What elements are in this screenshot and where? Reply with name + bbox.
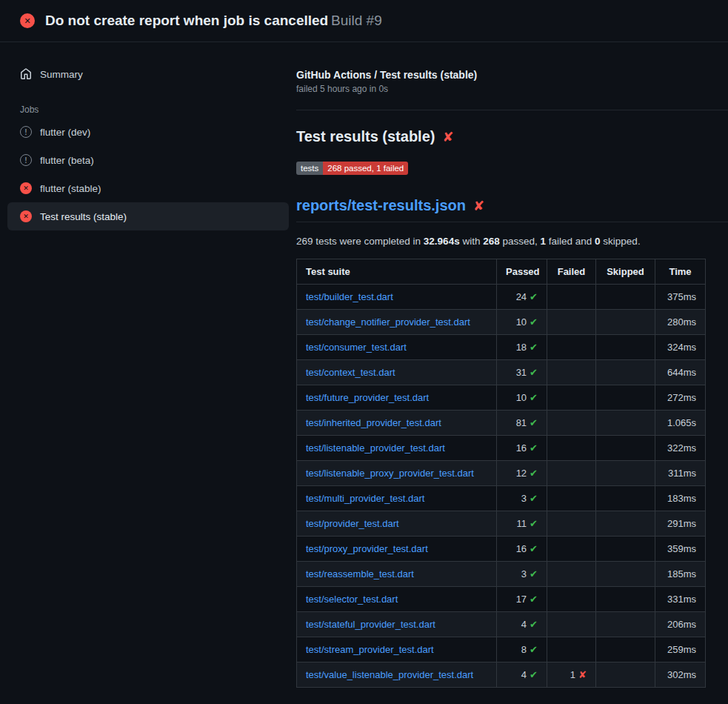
sidebar-item-summary[interactable]: Summary [7, 60, 289, 88]
passed-count: 16 [516, 543, 527, 554]
cell-test-suite: test/multi_provider_test.dart [297, 486, 497, 511]
cell-skipped [596, 335, 655, 360]
table-row: test/context_test.dart31✔644ms [297, 360, 706, 385]
cell-failed [547, 436, 596, 461]
check-icon: ✔ [530, 493, 538, 504]
breadcrumb: GitHub Actions / Test results (stable) [296, 69, 728, 81]
cell-passed: 24✔ [497, 285, 547, 310]
test-results-table: Test suitePassedFailedSkippedTime test/b… [296, 259, 706, 688]
cell-passed: 4✔ [497, 663, 547, 688]
cell-skipped [596, 360, 655, 385]
cell-passed: 3✔ [497, 486, 547, 511]
test-suite-link[interactable]: test/context_test.dart [306, 367, 395, 378]
test-suite-link[interactable]: test/value_listenable_provider_test.dart [306, 669, 473, 680]
cell-failed [547, 511, 596, 537]
cell-failed [547, 562, 596, 587]
test-suite-link[interactable]: test/future_provider_test.dart [306, 392, 429, 403]
cell-failed [547, 335, 596, 360]
passed-count: 8 [521, 644, 527, 655]
check-icon: ✔ [530, 367, 538, 378]
check-icon: ✔ [530, 291, 538, 302]
build-number: Build #9 [331, 13, 382, 28]
test-suite-link[interactable]: test/proxy_provider_test.dart [306, 543, 428, 554]
section-title-text: Test results (stable) [296, 128, 435, 145]
cell-time: 1.065s [655, 411, 706, 436]
cell-skipped [596, 537, 655, 562]
cell-failed [547, 285, 596, 310]
content-area: Summary Jobs !flutter (dev)!flutter (bet… [0, 42, 728, 704]
jobs-list: !flutter (dev)!flutter (beta)✕flutter (s… [0, 118, 296, 230]
table-row: test/proxy_provider_test.dart16✔359ms [297, 537, 706, 562]
test-suite-link[interactable]: test/listenable_proxy_provider_test.dart [306, 468, 474, 479]
cell-passed: 12✔ [497, 461, 547, 486]
sidebar: Summary Jobs !flutter (dev)!flutter (bet… [0, 42, 296, 704]
check-icon: ✔ [530, 417, 538, 428]
cell-test-suite: test/proxy_provider_test.dart [297, 537, 497, 562]
table-row: test/provider_test.dart11✔291ms [297, 511, 706, 537]
job-label: Test results (stable) [40, 211, 127, 222]
summary-duration: 32.964s [424, 236, 460, 247]
x-icon: ✘ [578, 669, 587, 680]
failed-x-circle-icon: ✕ [20, 13, 35, 28]
test-suite-link[interactable]: test/provider_test.dart [306, 518, 399, 529]
test-suite-link[interactable]: test/reassemble_test.dart [306, 568, 414, 580]
cell-test-suite: test/inherited_provider_test.dart [297, 411, 497, 436]
summary-passed-count: 268 [483, 236, 500, 247]
sidebar-job-flutter-dev[interactable]: !flutter (dev) [7, 118, 289, 146]
sidebar-summary-label: Summary [40, 69, 83, 80]
jobs-section-label: Jobs [20, 104, 296, 115]
cell-time: 644ms [655, 360, 706, 385]
test-suite-link[interactable]: test/selector_test.dart [306, 594, 398, 605]
passed-count: 10 [516, 316, 527, 328]
table-row: test/listenable_proxy_provider_test.dart… [297, 461, 706, 486]
passed-count: 16 [516, 442, 527, 454]
cell-skipped [596, 612, 655, 637]
report-title: reports/test-results.json ✘ [296, 197, 728, 222]
table-row: test/listenable_provider_test.dart16✔322… [297, 436, 706, 461]
cell-failed [547, 461, 596, 486]
main-panel: GitHub Actions / Test results (stable) f… [296, 42, 728, 704]
summary-skipped-count: 0 [595, 236, 601, 247]
test-suite-link[interactable]: test/change_notifier_provider_test.dart [306, 316, 470, 328]
badge-label: tests [296, 162, 323, 175]
summary-text: with [460, 236, 484, 247]
passed-count: 4 [521, 619, 527, 630]
check-icon: ✔ [530, 316, 538, 328]
sidebar-job-flutter-stable[interactable]: ✕flutter (stable) [7, 174, 289, 202]
check-run-header: ✕ Do not create report when job is cance… [0, 0, 728, 42]
neutral-status-icon: ! [20, 126, 32, 138]
cell-failed [547, 360, 596, 385]
report-file-link[interactable]: reports/test-results.json [296, 197, 466, 214]
test-suite-link[interactable]: test/stateful_provider_test.dart [306, 619, 435, 630]
job-label: flutter (dev) [40, 127, 90, 138]
passed-count: 81 [516, 417, 527, 428]
cell-passed: 17✔ [497, 587, 547, 612]
table-row: test/consumer_test.dart18✔324ms [297, 335, 706, 360]
cell-passed: 10✔ [497, 310, 547, 335]
test-suite-link[interactable]: test/inherited_provider_test.dart [306, 417, 441, 428]
cell-time: 183ms [655, 486, 706, 511]
cell-time: 291ms [655, 511, 706, 537]
test-suite-link[interactable]: test/multi_provider_test.dart [306, 493, 424, 504]
cell-failed [547, 385, 596, 411]
cell-test-suite: test/future_provider_test.dart [297, 385, 497, 411]
cell-skipped [596, 637, 655, 663]
header-divider [296, 110, 728, 110]
sidebar-job-test-results-stable[interactable]: ✕Test results (stable) [7, 202, 289, 230]
test-suite-link[interactable]: test/listenable_provider_test.dart [306, 442, 445, 454]
passed-count: 18 [516, 342, 527, 353]
table-row: test/selector_test.dart17✔331ms [297, 587, 706, 612]
passed-count: 3 [521, 493, 527, 504]
sidebar-job-flutter-beta[interactable]: !flutter (beta) [7, 146, 289, 174]
summary-text: skipped. [601, 236, 641, 247]
cell-test-suite: test/value_listenable_provider_test.dart [297, 663, 497, 688]
test-suite-link[interactable]: test/builder_test.dart [306, 291, 393, 302]
test-suite-link[interactable]: test/stream_provider_test.dart [306, 644, 434, 655]
cell-passed: 16✔ [497, 537, 547, 562]
passed-count: 12 [516, 468, 527, 479]
check-icon: ✔ [530, 568, 538, 580]
passed-count: 3 [521, 568, 527, 580]
test-suite-link[interactable]: test/consumer_test.dart [306, 342, 407, 353]
cell-failed [547, 587, 596, 612]
cell-skipped [596, 310, 655, 335]
